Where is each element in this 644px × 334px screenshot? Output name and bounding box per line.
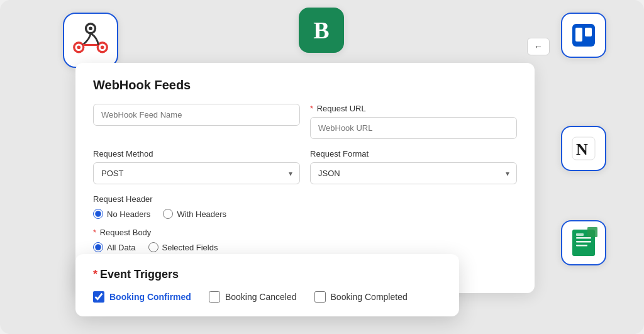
request-url-label: * Request URL	[310, 104, 517, 113]
booking-completed-checkbox[interactable]	[314, 291, 326, 303]
svg-rect-8	[585, 28, 592, 36]
request-header-section: Request Header No Headers With Headers	[93, 194, 517, 219]
form-title: WebHook Feeds	[93, 78, 517, 92]
request-format-label: Request Format	[310, 149, 517, 159]
request-body-section: * Request Body All Data Selected Fields	[93, 228, 517, 252]
booking-completed-label[interactable]: Booking Completed	[314, 291, 408, 303]
scene: B N	[0, 0, 644, 334]
booking-canceled-label[interactable]: Booking Canceled	[209, 291, 297, 303]
request-format-select-wrapper: JSON XML	[310, 162, 517, 184]
sheets-icon[interactable]	[561, 220, 606, 265]
booking-completed-text: Booking Completed	[331, 292, 408, 302]
feed-name-group	[93, 104, 300, 139]
svg-rect-19	[576, 245, 587, 247]
booking-confirmed-checkbox[interactable]	[93, 291, 104, 303]
request-method-select-wrapper: POST GET PUT	[93, 162, 300, 184]
request-format-select[interactable]: JSON XML	[310, 162, 517, 184]
header-radio-group: No Headers With Headers	[93, 209, 517, 219]
selected-fields-radio[interactable]	[148, 242, 158, 252]
selected-fields-label[interactable]: Selected Fields	[148, 242, 218, 252]
bootstrap-icon[interactable]: B	[299, 8, 344, 53]
back-button[interactable]: ←	[527, 38, 550, 55]
booking-confirmed-label[interactable]: Booking Confirmed	[93, 291, 191, 303]
all-data-radio[interactable]	[93, 242, 103, 252]
notion-icon[interactable]: N	[561, 126, 606, 171]
event-triggers-checkbox-group: Booking Confirmed Booking Canceled Booki…	[93, 291, 441, 303]
request-header-label: Request Header	[93, 194, 517, 204]
booking-confirmed-text: Booking Confirmed	[109, 292, 191, 302]
svg-point-4	[101, 45, 104, 49]
no-headers-radio[interactable]	[93, 209, 103, 219]
request-format-group: Request Format JSON XML	[310, 149, 517, 184]
svg-rect-7	[575, 28, 582, 42]
with-headers-label[interactable]: With Headers	[163, 209, 226, 219]
event-triggers-title: * Event Triggers	[93, 268, 441, 281]
with-headers-radio[interactable]	[163, 209, 173, 219]
request-url-group: * Request URL	[310, 104, 517, 139]
request-method-select[interactable]: POST GET PUT	[93, 162, 300, 184]
no-headers-label[interactable]: No Headers	[93, 209, 150, 219]
trello-icon[interactable]	[561, 13, 606, 58]
svg-rect-20	[576, 233, 584, 236]
all-data-label[interactable]: All Data	[93, 242, 136, 252]
booking-canceled-checkbox[interactable]	[209, 291, 220, 303]
row-method-format: Request Method POST GET PUT Request Form…	[93, 149, 517, 184]
booking-canceled-text: Booking Canceled	[225, 292, 297, 302]
event-triggers-card: * Event Triggers Booking Confirmed Booki…	[75, 254, 459, 316]
request-method-group: Request Method POST GET PUT	[93, 149, 300, 184]
svg-rect-17	[576, 237, 591, 239]
svg-text:N: N	[576, 140, 588, 159]
svg-rect-18	[576, 241, 591, 243]
webhook-icon[interactable]	[63, 13, 118, 68]
svg-point-5	[89, 26, 92, 30]
svg-point-3	[77, 45, 80, 49]
body-radio-group: All Data Selected Fields	[93, 242, 517, 252]
feed-name-input[interactable]	[93, 104, 300, 126]
request-url-input[interactable]	[310, 117, 517, 139]
row-feed-url: * Request URL	[93, 104, 517, 139]
request-body-label: * Request Body	[93, 228, 517, 237]
request-method-label: Request Method	[93, 149, 300, 159]
